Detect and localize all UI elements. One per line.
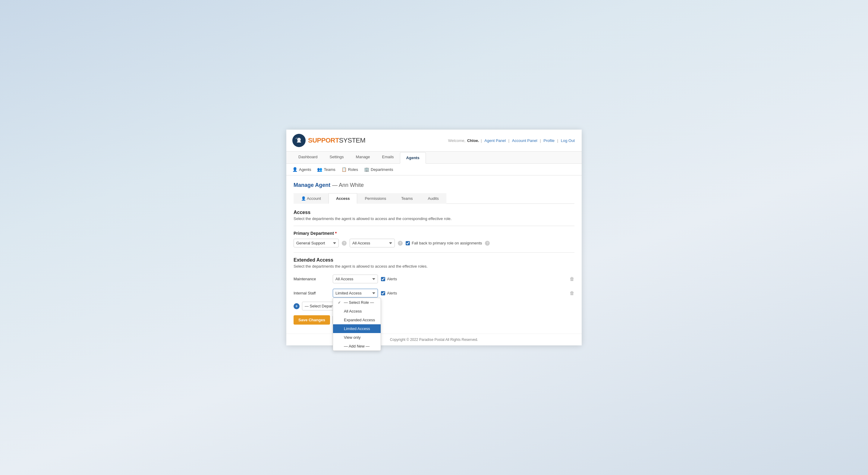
maintenance-dept-name: Maintenance [293, 277, 330, 281]
tab-bar: 👤 Account Access Permissions Teams Audit… [293, 193, 575, 204]
agent-panel-link[interactable]: Agent Panel [484, 138, 506, 143]
dropdown-limited-label: Limited Access [344, 326, 370, 331]
nav-separator4: | [557, 138, 559, 143]
primary-dept-select[interactable]: General Support Maintenance Internal Sta… [293, 239, 339, 248]
add-dept-icon[interactable]: + [293, 303, 300, 309]
subnav-agents-label: Agents [299, 167, 311, 172]
subnav-departments[interactable]: 🏢 Departments [364, 166, 393, 173]
agent-name: — Ann White [332, 182, 364, 188]
tab-account[interactable]: 👤 Account [293, 193, 329, 204]
footer-text: Copyright © 2022 Paradise Postal All Rig… [390, 338, 478, 342]
dropdown-all-access[interactable]: All Access [333, 307, 381, 316]
maintenance-alerts-label: Alerts [381, 277, 397, 281]
extended-desc: Select the departments the agent is allo… [293, 264, 575, 268]
logout-link[interactable]: Log Out [561, 138, 575, 143]
access-title: Access [293, 210, 575, 215]
required-star: * [335, 231, 337, 236]
person-icon: 👤 [301, 196, 307, 201]
departments-icon: 🏢 [364, 167, 369, 172]
maintenance-alerts-checkbox[interactable] [381, 277, 385, 281]
primary-dept-label: Primary Department * [293, 231, 575, 236]
main-container: SUPPORTSYSTEM Welcome, Chloe. | Agent Pa… [286, 130, 582, 345]
dropdown-view-only-label: View only [344, 335, 361, 340]
header-nav: Welcome, Chloe. | Agent Panel | Account … [447, 138, 576, 143]
nav-manage[interactable]: Manage [350, 152, 376, 164]
profile-link[interactable]: Profile [544, 138, 555, 143]
tab-access[interactable]: Access [329, 193, 358, 204]
maintenance-alerts-text: Alerts [387, 277, 397, 281]
subnav-teams-label: Teams [324, 167, 335, 172]
title-text: Manage Agent [293, 182, 330, 188]
header: SUPPORTSYSTEM Welcome, Chloe. | Agent Pa… [286, 130, 582, 152]
content-area: Manage Agent — Ann White 👤 Account Acces… [286, 176, 582, 334]
nav-separator3: | [540, 138, 542, 143]
internal-staff-dept-name: Internal Staff [293, 291, 330, 295]
fallback-checkbox-label: Fall back to primary role on assignments [406, 241, 482, 245]
internal-staff-alerts-label: Alerts [381, 291, 397, 295]
internal-staff-delete-icon[interactable]: 🗑 [569, 290, 575, 296]
account-panel-link[interactable]: Account Panel [512, 138, 537, 143]
subnav-teams[interactable]: 👥 Teams [317, 166, 335, 173]
maintenance-delete-icon[interactable]: 🗑 [569, 276, 575, 282]
maintenance-role-select[interactable]: All Access Expanded Access Limited Acces… [333, 275, 378, 283]
subnav-roles[interactable]: 📋 Roles [341, 166, 358, 173]
internal-staff-role-select[interactable]: — Select Role — All Access Expanded Acce… [333, 289, 378, 297]
logo-text: SUPPORTSYSTEM [308, 136, 365, 145]
nav-emails[interactable]: Emails [376, 152, 400, 164]
role-dropdown-popup: ✓ — Select Role — All Access Expanded Ac… [333, 298, 381, 351]
nav-agents[interactable]: Agents [400, 152, 426, 164]
extended-title: Extended Access [293, 257, 575, 263]
sub-nav: 👤 Agents 👥 Teams 📋 Roles 🏢 Departments [286, 164, 582, 176]
dropdown-limited-access[interactable]: Limited Access [333, 324, 381, 333]
dropdown-add-new[interactable]: — Add New — [333, 342, 381, 351]
dropdown-expanded-access[interactable]: Expanded Access [333, 316, 381, 324]
fallback-checkbox[interactable] [406, 241, 410, 245]
subnav-agents[interactable]: 👤 Agents [292, 166, 311, 173]
logo-part1: SUPPORT [308, 136, 339, 144]
dropdown-expanded-label: Expanded Access [344, 318, 375, 322]
nav-settings[interactable]: Settings [324, 152, 350, 164]
divider2 [293, 252, 575, 253]
internal-staff-row: Internal Staff — Select Role — All Acces… [293, 288, 575, 299]
nav-separator2: | [508, 138, 510, 143]
role-help-icon[interactable]: ? [398, 241, 403, 246]
internal-staff-role-wrapper: — Select Role — All Access Expanded Acce… [333, 289, 378, 297]
nav-dashboard[interactable]: Dashboard [292, 152, 324, 164]
logo-part2: SYSTEM [339, 136, 365, 144]
dropdown-select-role-label: — Select Role — [344, 300, 374, 305]
tab-audits[interactable]: Audits [421, 193, 446, 204]
logo-area: SUPPORTSYSTEM [292, 134, 365, 147]
tab-teams[interactable]: Teams [394, 193, 420, 204]
primary-dept-row: General Support Maintenance Internal Sta… [293, 239, 575, 248]
logo-icon [292, 134, 306, 147]
page-title: Manage Agent — Ann White [293, 182, 575, 188]
internal-staff-alerts-text: Alerts [387, 291, 397, 295]
save-button[interactable]: Save Changes [293, 315, 330, 325]
dropdown-select-role[interactable]: ✓ — Select Role — [333, 298, 381, 307]
top-nav: Dashboard Settings Manage Emails Agents [286, 152, 582, 164]
fallback-label-text: Fall back to primary role on assignments [412, 241, 482, 245]
teams-icon: 👥 [317, 167, 322, 172]
welcome-text: Welcome, [448, 138, 466, 143]
username-text: Chloe. [467, 138, 479, 143]
tab-permissions[interactable]: Permissions [357, 193, 394, 204]
agents-icon: 👤 [292, 167, 298, 172]
nav-separator: | [481, 138, 483, 143]
roles-icon: 📋 [341, 167, 347, 172]
dropdown-view-only[interactable]: View only [333, 333, 381, 342]
maintenance-row: Maintenance All Access Expanded Access L… [293, 273, 575, 285]
divider1 [293, 226, 575, 226]
dropdown-add-new-label: — Add New — [344, 344, 370, 348]
dropdown-all-access-label: All Access [344, 309, 362, 313]
internal-staff-alerts-checkbox[interactable] [381, 291, 385, 295]
primary-role-select[interactable]: All Access Expanded Access Limited Acces… [350, 239, 395, 248]
fallback-help-icon[interactable]: ? [485, 241, 490, 246]
dept-help-icon[interactable]: ? [342, 241, 347, 246]
subnav-departments-label: Departments [371, 167, 393, 172]
footer: Copyright © 2022 Paradise Postal All Rig… [286, 334, 582, 345]
subnav-roles-label: Roles [348, 167, 358, 172]
access-section: Access Select the departments the agent … [293, 210, 575, 325]
check-select-role: ✓ [338, 300, 342, 305]
access-desc: Select the departments the agent is allo… [293, 216, 575, 221]
